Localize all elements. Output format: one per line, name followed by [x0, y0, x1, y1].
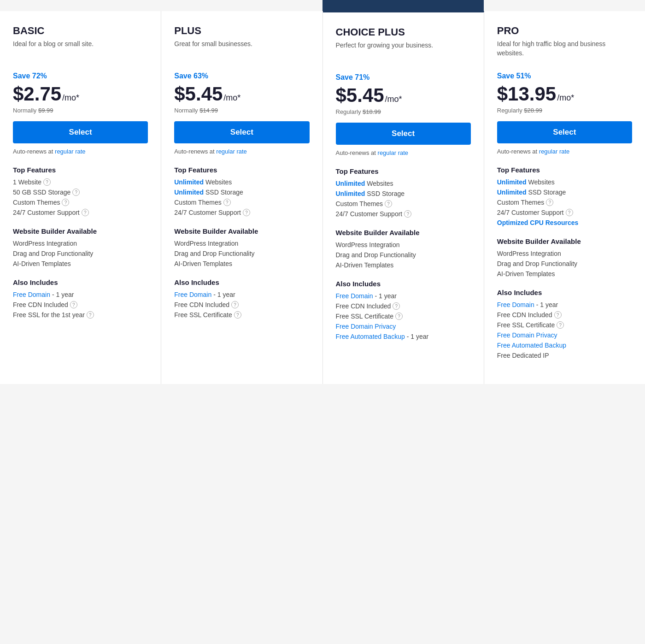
plan-name: PLUS: [174, 25, 309, 37]
price-amount: $2.75: [13, 83, 61, 105]
link-feature[interactable]: Free Domain: [497, 301, 534, 308]
plan-desc: Perfect for growing your business.: [336, 41, 471, 64]
info-icon[interactable]: ?: [393, 302, 400, 310]
feature-suffix: - 1 year: [536, 301, 558, 308]
info-icon[interactable]: ?: [234, 311, 241, 319]
plan-name: PRO: [497, 25, 632, 37]
price-amount: $5.45: [336, 84, 384, 106]
builder-features-list: WordPress IntegrationDrag and Drop Funct…: [497, 250, 632, 278]
builder-feature-item: Drag and Drop Functionality: [336, 251, 471, 259]
also-title: Also Includes: [336, 280, 471, 288]
builder-feature-item: WordPress Integration: [336, 241, 471, 248]
info-icon[interactable]: ?: [87, 311, 94, 319]
info-icon[interactable]: ?: [82, 209, 89, 216]
info-icon[interactable]: ?: [385, 200, 392, 207]
original-price: $9.99: [38, 107, 53, 114]
info-icon[interactable]: ?: [62, 199, 69, 206]
select-button[interactable]: Select: [336, 123, 471, 145]
auto-renew-text: Auto-renews at regular rate: [13, 148, 148, 155]
feature-item: Custom Themes ?: [497, 199, 632, 206]
plan-desc: Great for small businesses.: [174, 40, 309, 63]
info-icon[interactable]: ?: [70, 301, 77, 308]
info-icon[interactable]: ?: [43, 178, 51, 186]
info-icon[interactable]: ?: [404, 210, 411, 218]
feature-item: Custom Themes ?: [336, 200, 471, 207]
info-icon[interactable]: ?: [231, 301, 239, 308]
top-features-list: Unlimited Websites Unlimited SSD Storage…: [336, 180, 471, 218]
link-feature[interactable]: Free Domain Privacy: [336, 323, 396, 330]
link-feature[interactable]: Free Automated Backup: [336, 333, 405, 340]
builder-title: Website Builder Available: [13, 227, 148, 235]
regular-rate-link[interactable]: regular rate: [55, 148, 85, 155]
info-icon[interactable]: ?: [223, 199, 231, 206]
also-features-list: Free Domain - 1 year Free CDN Included ?…: [174, 291, 309, 319]
regular-rate-link[interactable]: regular rate: [378, 149, 408, 156]
info-icon[interactable]: ?: [557, 321, 564, 329]
plan-desc: Ideal for high traffic blog and business…: [497, 40, 632, 63]
price-note: Normally $14.99: [174, 107, 309, 114]
builder-feature-item: AI-Driven Templates: [497, 270, 632, 278]
unlimited-label: Unlimited: [497, 189, 527, 196]
original-price: $28.99: [524, 107, 542, 114]
top-features-title: Top Features: [336, 167, 471, 175]
regular-rate-link[interactable]: regular rate: [539, 148, 569, 155]
recommended-empty: [484, 0, 645, 11]
also-feature-item: Free SSL Certificate ?: [174, 311, 309, 319]
feature-item: Custom Themes ?: [174, 199, 309, 206]
recommended-banner: [322, 0, 484, 11]
builder-feature-item: AI-Driven Templates: [336, 261, 471, 269]
save-badge: Save 51%: [497, 72, 632, 80]
feature-item: Optimized CPU Resources: [497, 219, 632, 226]
link-feature[interactable]: Free Domain: [174, 291, 211, 298]
plan-plus: PLUS Great for small businesses. Save 63…: [161, 11, 322, 384]
feature-item: 24/7 Customer Support ?: [13, 209, 148, 216]
link-feature[interactable]: Free Domain: [13, 291, 50, 298]
info-icon[interactable]: ?: [546, 199, 553, 206]
also-feature-item: Free CDN Included ?: [13, 301, 148, 308]
builder-feature-item: Drag and Drop Functionality: [13, 250, 148, 257]
select-button[interactable]: Select: [13, 121, 148, 143]
builder-features-list: WordPress IntegrationDrag and Drop Funct…: [13, 240, 148, 267]
builder-features-list: WordPress IntegrationDrag and Drop Funct…: [174, 240, 309, 267]
save-badge: Save 72%: [13, 72, 148, 80]
save-badge: Save 63%: [174, 72, 309, 80]
feature-item: Unlimited Websites: [174, 178, 309, 186]
builder-feature-item: AI-Driven Templates: [13, 260, 148, 267]
select-button[interactable]: Select: [174, 121, 309, 143]
also-feature-item: Free Domain Privacy: [497, 331, 632, 339]
original-price: $18.99: [363, 108, 381, 115]
link-feature[interactable]: Free Domain Privacy: [497, 331, 557, 339]
link-feature[interactable]: Free Automated Backup: [497, 342, 566, 349]
also-feature-item: Free SSL Certificate ?: [497, 321, 632, 329]
builder-feature-item: Drag and Drop Functionality: [497, 260, 632, 267]
info-icon[interactable]: ?: [554, 311, 562, 319]
unlimited-label: Unlimited: [497, 178, 527, 186]
info-icon[interactable]: ?: [243, 209, 250, 216]
select-button[interactable]: Select: [497, 121, 632, 143]
info-icon[interactable]: ?: [72, 189, 80, 196]
also-feature-item: Free Domain - 1 year: [497, 301, 632, 308]
link-feature[interactable]: Free Domain: [336, 292, 373, 300]
feature-item: Unlimited Websites: [497, 178, 632, 186]
top-features-title: Top Features: [497, 166, 632, 174]
feature-item: 1 Website ?: [13, 178, 148, 186]
plans-container: BASIC Ideal for a blog or small site. Sa…: [0, 11, 645, 384]
auto-renew-text: Auto-renews at regular rate: [497, 148, 632, 155]
also-features-list: Free Domain - 1 year Free CDN Included ?…: [497, 301, 632, 359]
top-features-list: Unlimited Websites Unlimited SSD Storage…: [497, 178, 632, 226]
info-icon[interactable]: ?: [395, 313, 403, 320]
regular-rate-link[interactable]: regular rate: [216, 148, 246, 155]
plan-pro: PRO Ideal for high traffic blog and busi…: [484, 11, 645, 384]
also-title: Also Includes: [174, 278, 309, 286]
price-suffix: /mo*: [557, 93, 574, 103]
builder-feature-item: WordPress Integration: [174, 240, 309, 247]
also-feature-item: Free Automated Backup: [497, 342, 632, 349]
feature-suffix: - 1 year: [52, 291, 74, 298]
info-icon[interactable]: ?: [566, 209, 573, 216]
also-feature-item: Free CDN Included ?: [336, 302, 471, 310]
builder-feature-item: AI-Driven Templates: [174, 260, 309, 267]
price-note: Normally $9.99: [13, 107, 148, 114]
price-suffix: /mo*: [62, 93, 79, 103]
price-row: $2.75 /mo*: [13, 83, 148, 105]
optimized-label: Optimized CPU Resources: [497, 219, 579, 226]
